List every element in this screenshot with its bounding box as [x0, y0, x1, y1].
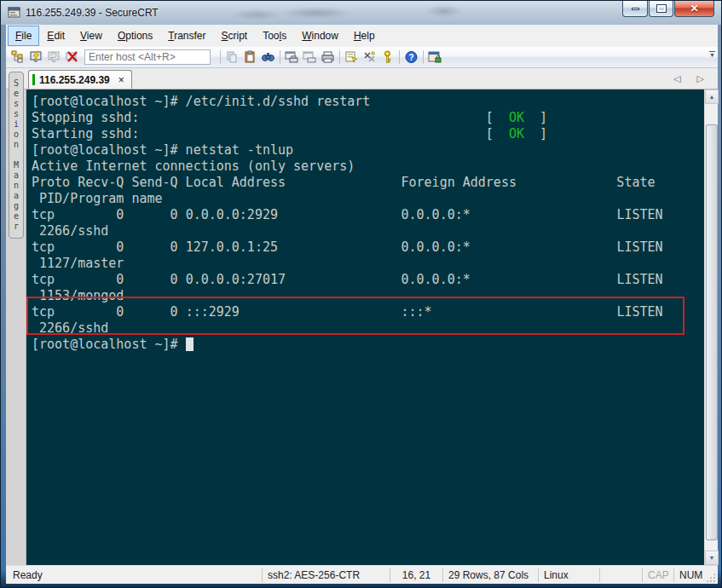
minimize-button[interactable]: [622, 1, 648, 17]
terminal-line: Active Internet connections (only server…: [32, 159, 704, 175]
terminal-line: 2266/sshd: [32, 320, 704, 337]
toolbar-separator: [339, 50, 340, 64]
toolbar-overflow-chevron[interactable]: ▼: [709, 51, 715, 58]
status-cell-num: NUM: [673, 568, 706, 582]
tab-scroll-arrows[interactable]: ◁ ▷: [673, 73, 711, 84]
maximize-icon: [657, 5, 666, 12]
status-ready: Ready: [6, 569, 262, 581]
session-manager-strip: Session Manager: [6, 89, 26, 565]
main-area: Session Manager [root@localhost ~]# /etc…: [6, 89, 718, 565]
title-bar: 116.255.249.39 - SecureCRT ✕: [1, 1, 721, 25]
status-cell-caps: CAP: [642, 568, 673, 582]
window-title: 116.255.249.39 - SecureCRT: [26, 7, 159, 19]
app-icon: [8, 7, 21, 19]
securecrt-window: 116.255.249.39 - SecureCRT ✕ FileEditVie…: [0, 0, 722, 588]
paste-button[interactable]: [241, 49, 259, 66]
keymap-button[interactable]: [361, 49, 378, 66]
key-icon: [380, 50, 395, 64]
terminal-line: tcp 0 0 0.0.0.0:27017 0.0.0.0:* LISTEN: [32, 272, 704, 288]
terminal-cursor: [186, 337, 193, 351]
session-properties-icon: [344, 50, 359, 64]
connected-indicator: [32, 74, 35, 85]
tab-bar: 116.255.249.39× ◁ ▷: [6, 68, 718, 89]
print-button[interactable]: [319, 49, 337, 66]
close-button[interactable]: ✕: [674, 1, 714, 17]
tab-close-button[interactable]: ×: [118, 75, 124, 85]
terminal-line: [root@localhost ~]# netstat -tnlup: [32, 142, 704, 159]
menu-item-help[interactable]: Help: [346, 26, 383, 46]
disconnect-icon: [65, 50, 79, 64]
paste-icon: [243, 50, 257, 64]
status-cell-emulation: Linux: [538, 568, 599, 582]
close-icon: ✕: [690, 3, 698, 14]
scrollbar-thumb[interactable]: [706, 124, 718, 540]
keymap-icon: [362, 50, 377, 64]
session-properties-button[interactable]: [343, 49, 361, 66]
terminal-line: Starting sshd: [ OK ]: [32, 126, 704, 142]
print-screen-button[interactable]: [283, 49, 301, 66]
toolbar-separator: [220, 50, 221, 64]
quick-connect-icon: [29, 50, 43, 64]
menu-item-view[interactable]: View: [72, 26, 110, 46]
connect-button[interactable]: [9, 49, 27, 66]
print-selection-icon: [303, 50, 317, 64]
connect-icon: [11, 50, 26, 64]
menu-item-edit[interactable]: Edit: [39, 26, 72, 46]
status-cell-spacer: [599, 568, 642, 582]
terminal-line: [root@localhost ~]# /etc/init.d/sshd res…: [32, 94, 704, 110]
minimize-icon: [632, 8, 639, 10]
toolbar-separator: [399, 50, 400, 64]
session-tab[interactable]: 116.255.249.39×: [28, 70, 132, 89]
find-icon: [261, 50, 275, 64]
resize-grip[interactable]: [706, 573, 716, 583]
reconnect-button[interactable]: [45, 49, 63, 66]
terminal-line: tcp 0 0 127.0.0.1:25 0.0.0.0:* LISTEN: [32, 239, 704, 256]
scroll-up-button[interactable]: ▲: [705, 89, 719, 104]
terminal-line: Stopping sshd: [ OK ]: [32, 110, 704, 126]
copy-button[interactable]: [223, 49, 241, 66]
maximize-button[interactable]: [649, 1, 673, 17]
print-icon: [321, 50, 335, 64]
client-area: FileEditViewOptionsTransferScriptToolsWi…: [6, 25, 718, 584]
print-screen-icon: [285, 50, 299, 64]
reconnect-icon: [47, 50, 61, 64]
disconnect-button[interactable]: [63, 49, 81, 66]
terminal-output[interactable]: [root@localhost ~]# /etc/init.d/sshd res…: [26, 89, 704, 565]
terminal-scrollbar[interactable]: ▲ ▼: [704, 89, 718, 565]
status-cell-encryption: ssh2: AES-256-CTR: [262, 568, 390, 582]
menu-item-tools[interactable]: Tools: [255, 26, 294, 46]
status-cell-size: 29 Rows, 87 Cols: [442, 568, 538, 582]
key-button[interactable]: [378, 49, 396, 66]
terminal-line: tcp 0 0 0.0.0.0:2929 0.0.0.0:* LISTEN: [32, 207, 704, 223]
quick-connect-button[interactable]: [27, 49, 45, 66]
find-button[interactable]: [259, 49, 277, 66]
copy-icon: [225, 50, 240, 64]
status-cell-cursor: 16, 21: [390, 568, 442, 582]
print-selection-button[interactable]: [301, 49, 319, 66]
host-input[interactable]: [84, 49, 211, 65]
toolbar-separator: [423, 50, 424, 64]
help-button[interactable]: ?: [402, 49, 420, 66]
terminal-line: 1127/master: [32, 256, 704, 272]
menu-item-options[interactable]: Options: [110, 26, 160, 46]
menu-item-window[interactable]: Window: [294, 26, 346, 46]
menu-bar: FileEditViewOptionsTransferScriptToolsWi…: [6, 25, 718, 47]
scroll-down-button[interactable]: ▼: [705, 551, 719, 565]
terminal-line: Proto Recv-Q Send-Q Local Address Foreig…: [32, 175, 704, 191]
svg-text:?: ?: [408, 53, 413, 62]
terminal-line: 2266/sshd: [32, 223, 704, 239]
tab-label: 116.255.249.39: [39, 74, 110, 86]
terminal-line: tcp 0 0 :::2929 :::* LISTEN: [32, 304, 704, 320]
session-manager-label: Session Manager: [12, 78, 21, 238]
toolbar: ? ▼: [6, 47, 718, 68]
secure-window-button[interactable]: [426, 49, 444, 66]
status-bar: Ready ssh2: AES-256-CTR16, 2129 Rows, 87…: [6, 565, 718, 584]
menu-item-script[interactable]: Script: [214, 26, 256, 46]
help-icon: ?: [404, 50, 419, 64]
toolbar-separator: [280, 50, 280, 64]
session-manager-tab[interactable]: Session Manager: [9, 72, 24, 239]
terminal-line: 1153/mongod: [32, 288, 704, 304]
menu-item-transfer[interactable]: Transfer: [160, 26, 213, 46]
menu-item-file[interactable]: File: [8, 26, 39, 46]
terminal-line: PID/Program name: [32, 191, 704, 207]
